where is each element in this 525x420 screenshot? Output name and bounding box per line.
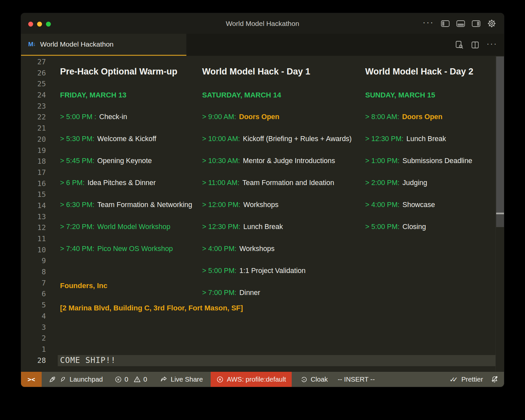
- schedule-item: > 5:45 PM:Opening Keynote: [60, 156, 192, 166]
- item-label: Submissions Deadline: [403, 157, 472, 165]
- item-label: Lunch Break: [407, 135, 446, 143]
- item-label: Opening Keynote: [97, 157, 152, 165]
- item-time: > 12:00 PM:: [202, 201, 241, 209]
- schedule-item: > 12:30 PM:Lunch Break: [202, 221, 352, 232]
- item-label: Doors Open: [402, 113, 442, 121]
- tab-world-model-hackathon[interactable]: M↓ World Model Hackathon: [21, 34, 186, 56]
- item-time: > 2:00 PM:: [365, 179, 400, 187]
- markdown-icon: M↓: [28, 41, 36, 48]
- prettier-label: Prettier: [461, 375, 483, 383]
- scrollbar-thumb[interactable]: [496, 56, 504, 213]
- split-editor-icon[interactable]: [471, 41, 479, 49]
- item-time: > 7:00 PM:: [202, 289, 237, 297]
- toggle-sidebar-icon[interactable]: [441, 20, 450, 27]
- toggle-secondary-sidebar-icon[interactable]: [472, 20, 480, 27]
- schedule-item: > 8:00 AM:Doors Open: [365, 112, 473, 122]
- item-label: World Model Workshop: [97, 223, 171, 231]
- item-label: Kickoff (Briefing + Rules + Awards): [243, 135, 351, 143]
- more-actions-icon[interactable]: ···: [487, 40, 497, 50]
- item-label: Closing: [403, 223, 426, 231]
- schedule-column: World Model Hack - Day 1SATURDAY, MARCH …: [202, 66, 352, 298]
- schedule-item: > 4:00 PM:Workshops: [202, 243, 352, 254]
- schedule-item: > 7:40 PM:Pico New OS Workshop: [60, 243, 192, 254]
- item-label: Lunch Break: [243, 223, 283, 231]
- schedule-columns: Pre-Hack Optional Warm-upFRIDAY, MARCH 1…: [21, 56, 504, 371]
- schedule-item: > 5:00 PM :Check-in: [60, 112, 192, 122]
- item-time: > 6 PM:: [60, 179, 85, 187]
- item-time: > 10:00 AM:: [202, 135, 240, 143]
- item-label: Workshops: [240, 245, 275, 253]
- cloak-icon: [300, 376, 308, 383]
- aws-profile-item[interactable]: AWS: profile:default: [211, 372, 291, 387]
- schedule-item: > 9:00 AM:Doors Open: [202, 112, 352, 122]
- item-label: Idea Pitches & Dinner: [88, 179, 156, 187]
- scrollbar-track[interactable]: [495, 56, 504, 371]
- titlebar: World Model Hackathon ···: [21, 13, 504, 34]
- warning-icon: [133, 375, 141, 383]
- item-label: Doors Open: [239, 113, 279, 121]
- toggle-panel-icon[interactable]: [456, 20, 465, 27]
- settings-gear-icon[interactable]: [487, 19, 496, 28]
- item-time: > 8:00 AM:: [365, 113, 399, 121]
- prettier-check-icon: ✓✓: [450, 376, 458, 383]
- schedule-column: World Model Hack - Day 2SUNDAY, MARCH 15…: [365, 66, 473, 232]
- item-time: > 10:30 AM:: [202, 157, 240, 165]
- prettier-item[interactable]: ✓✓ Prettier: [450, 372, 483, 387]
- schedule-item: > 6 PM:Idea Pitches & Dinner: [60, 178, 192, 188]
- item-label: Judging: [403, 179, 427, 187]
- customize-layout-icon[interactable]: ···: [423, 18, 434, 29]
- column-footer: [2 Marina Blvd, Building C, 3rd Floor, F…: [60, 303, 243, 313]
- notification-bell-icon: [490, 375, 499, 384]
- aws-profile-label: AWS: profile:default: [227, 375, 286, 383]
- item-label: Workshops: [243, 201, 279, 209]
- scrollbar-thumb-end: [496, 214, 504, 227]
- schedule-item: > 7:00 PM:Dinner: [202, 287, 352, 298]
- item-time: > 5:00 PM:: [365, 223, 400, 231]
- cloak-item[interactable]: Cloak: [300, 372, 328, 387]
- item-label: 1:1 Project Validation: [240, 267, 306, 275]
- item-time: > 11:00 AM:: [202, 179, 240, 187]
- notifications-item[interactable]: [490, 372, 499, 387]
- item-time: > 5:45 PM:: [60, 157, 94, 165]
- tab-label: World Model Hackathon: [40, 40, 114, 48]
- item-label: Pico New OS Workshop: [97, 245, 173, 253]
- live-share-label: Live Share: [171, 375, 203, 383]
- column-footer: Founders, Inc: [60, 280, 107, 291]
- open-preview-icon[interactable]: [455, 40, 464, 49]
- item-time: > 5:00 PM :: [60, 113, 96, 121]
- item-time: > 6:30 PM:: [60, 201, 94, 209]
- launchpad-item[interactable]: Launchpad: [48, 372, 103, 387]
- schedule-item: > 11:00 AM:Team Formation and Ideation: [202, 178, 352, 188]
- item-time: > 5:00 PM:: [202, 267, 237, 275]
- item-time: > 7:20 PM:: [60, 223, 94, 231]
- problems-indicator[interactable]: 0 0: [115, 372, 150, 387]
- column-heading: Pre-Hack Optional Warm-up: [60, 66, 192, 77]
- schedule-item: > 6:30 PM:Team Formation & Networking: [60, 200, 192, 210]
- live-share-item[interactable]: Live Share: [159, 372, 203, 387]
- item-time: > 4:00 PM:: [365, 201, 400, 209]
- item-label: Mentor & Judge Introductions: [243, 157, 335, 165]
- column-date: SUNDAY, MARCH 15: [365, 90, 473, 100]
- cloak-label: Cloak: [311, 375, 328, 383]
- item-time: > 12:30 PM:: [202, 223, 241, 231]
- item-time: > 1:00 PM:: [365, 157, 400, 165]
- item-label: Dinner: [240, 289, 260, 297]
- schedule-item: > 7:20 PM:World Model Workshop: [60, 221, 192, 232]
- column-date: SATURDAY, MARCH 14: [202, 90, 352, 100]
- vim-mode-indicator[interactable]: -- INSERT --: [338, 372, 375, 387]
- aws-error-icon: [216, 376, 224, 383]
- launchpad-label: Launchpad: [70, 375, 103, 383]
- remote-indicator[interactable]: ><: [21, 372, 42, 387]
- editor-pane: 2726252423222120191817161514131211109876…: [21, 56, 504, 371]
- tabbar: M↓ World Model Hackathon ···: [21, 34, 504, 56]
- item-time: > 9:00 AM:: [202, 113, 236, 121]
- schedule-item: > 2:00 PM:Judging: [365, 178, 473, 188]
- statusbar: >< Launchpad 0: [21, 371, 504, 387]
- item-time: > 4:00 PM:: [202, 245, 237, 253]
- schedule-item: > 12:30 PM:Lunch Break: [365, 134, 473, 144]
- schedule-item: > 5:30 PM:Welcome & Kickoff: [60, 134, 192, 144]
- active-line-text: COME SHIP!!: [60, 355, 116, 366]
- schedule-item: > 1:00 PM:Submissions Deadline: [365, 156, 473, 166]
- item-time: > 5:30 PM:: [60, 135, 94, 143]
- item-label: Welcome & Kickoff: [97, 135, 157, 143]
